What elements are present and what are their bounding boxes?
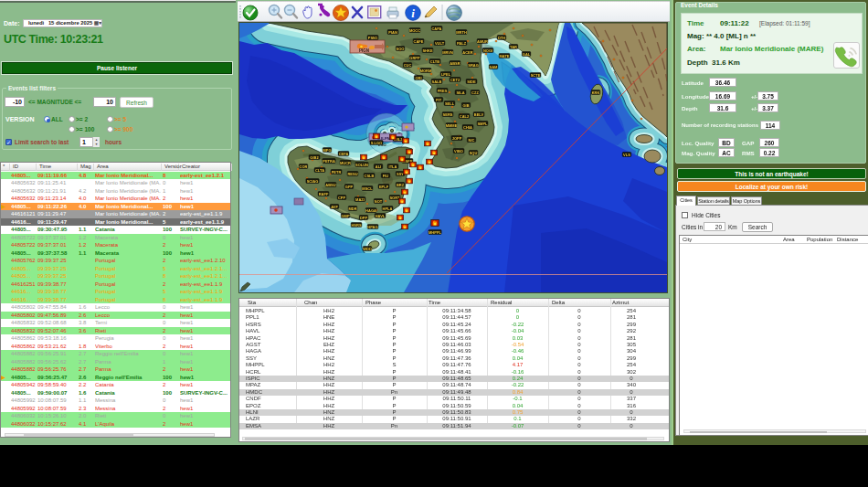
svg-text:DTH: DTH bbox=[498, 36, 505, 40]
svg-text:GIB2: GIB2 bbox=[310, 155, 319, 160]
svg-text:CZZ: CZZ bbox=[471, 90, 479, 95]
svg-text:SAM: SAM bbox=[490, 65, 499, 69]
svg-text:SQU: SQU bbox=[470, 151, 478, 155]
svg-text:PIGN: PIGN bbox=[359, 48, 369, 53]
svg-text:GIB: GIB bbox=[462, 103, 469, 108]
svg-text:HSRS: HSRS bbox=[351, 223, 361, 228]
svg-text:FRES: FRES bbox=[438, 89, 448, 93]
svg-text:SCIAG: SCIAG bbox=[307, 179, 319, 184]
svg-text:SRAG: SRAG bbox=[468, 63, 479, 68]
svg-text:ALI: ALI bbox=[376, 164, 381, 169]
svg-text:NOT: NOT bbox=[375, 199, 383, 204]
svg-text:CEFA: CEFA bbox=[339, 152, 349, 156]
svg-text:MRVN: MRVN bbox=[442, 50, 453, 55]
svg-text:PSN1: PSN1 bbox=[368, 36, 378, 40]
svg-text:PIAN: PIAN bbox=[388, 30, 397, 35]
svg-text:CLTA: CLTA bbox=[315, 168, 324, 173]
svg-text:MATE: MATE bbox=[499, 54, 509, 58]
svg-text:NIC: NIC bbox=[469, 138, 475, 143]
svg-text:MSCL: MSCL bbox=[362, 186, 373, 191]
svg-text:SELL: SELL bbox=[445, 101, 455, 106]
svg-text:MAZI: MAZI bbox=[355, 197, 365, 202]
svg-text:SSY: SSY bbox=[397, 172, 404, 176]
svg-text:WDD: WDD bbox=[363, 247, 372, 251]
svg-text:ABSR: ABSR bbox=[450, 61, 460, 66]
svg-text:ITLA: ITLA bbox=[389, 164, 397, 169]
svg-text:SILA: SILA bbox=[456, 90, 464, 95]
svg-text:HAGA: HAGA bbox=[365, 208, 376, 213]
svg-text:CAL2: CAL2 bbox=[460, 114, 470, 119]
svg-text:MUCR: MUCR bbox=[340, 161, 351, 165]
svg-text:HAVL: HAVL bbox=[376, 214, 386, 218]
svg-text:NOGI: NOGI bbox=[483, 48, 492, 53]
svg-text:KRK: KRK bbox=[592, 90, 600, 95]
svg-text:HPLA: HPLA bbox=[383, 206, 393, 211]
svg-text:SIDE: SIDE bbox=[467, 79, 476, 84]
svg-text:MHPPL: MHPPL bbox=[429, 230, 442, 235]
svg-text:ORI: ORI bbox=[415, 76, 421, 80]
svg-text:MDR: MDR bbox=[348, 206, 356, 211]
svg-text:SALB: SALB bbox=[432, 79, 442, 84]
svg-text:MPG: MPG bbox=[323, 148, 331, 153]
svg-text:CAFE: CAFE bbox=[414, 39, 424, 44]
svg-text:VULT: VULT bbox=[435, 41, 445, 46]
svg-text:SERS: SERS bbox=[443, 112, 453, 117]
svg-text:VIBO: VIBO bbox=[454, 149, 463, 154]
svg-text:EPLF: EPLF bbox=[379, 185, 389, 189]
svg-text:VLS: VLS bbox=[623, 153, 630, 157]
svg-text:SOLUN: SOLUN bbox=[355, 163, 368, 167]
svg-text:PETR: PETR bbox=[332, 170, 342, 175]
svg-text:GMP: GMP bbox=[341, 214, 349, 218]
svg-text:PALZ: PALZ bbox=[457, 41, 467, 46]
svg-text:CUC: CUC bbox=[404, 63, 412, 68]
svg-text:SHKE: SHKE bbox=[422, 48, 432, 53]
svg-text:GRPP: GRPP bbox=[409, 56, 420, 60]
svg-text:MRTH: MRTH bbox=[456, 30, 467, 35]
svg-text:ABSU: ABSU bbox=[325, 183, 335, 187]
svg-text:DPP: DPP bbox=[360, 216, 368, 220]
svg-text:PETRA: PETRA bbox=[323, 159, 335, 164]
svg-text:SOO: SOO bbox=[397, 47, 405, 51]
svg-text:TAR: TAR bbox=[510, 45, 517, 49]
svg-text:GPP: GPP bbox=[345, 185, 354, 189]
svg-text:COR: COR bbox=[300, 164, 308, 169]
svg-text:FIU: FIU bbox=[383, 174, 389, 178]
svg-text:CAPA: CAPA bbox=[431, 26, 441, 31]
svg-text:MMME: MMME bbox=[446, 123, 458, 128]
svg-text:RAFF: RAFF bbox=[319, 192, 329, 196]
svg-text:AMUR: AMUR bbox=[477, 39, 488, 44]
svg-text:PIT: PIT bbox=[436, 98, 442, 102]
svg-text:CLTB: CLTB bbox=[430, 59, 439, 64]
svg-text:MOCC: MOCC bbox=[409, 28, 420, 33]
svg-text:LPEL: LPEL bbox=[441, 72, 451, 77]
svg-text:HPAG: HPAG bbox=[367, 225, 377, 229]
svg-text:GAL: GAL bbox=[523, 52, 531, 57]
svg-text:SMPL: SMPL bbox=[477, 122, 488, 126]
svg-text:RESU: RESU bbox=[347, 172, 357, 176]
svg-text:CSLB: CSLB bbox=[365, 174, 375, 178]
svg-text:i: i bbox=[411, 6, 415, 20]
svg-text:CET2: CET2 bbox=[450, 78, 460, 82]
svg-text:CPP: CPP bbox=[338, 196, 346, 200]
svg-text:S.LGO: S.LGO bbox=[371, 141, 382, 145]
svg-text:SCTE: SCTE bbox=[531, 73, 541, 78]
svg-text:BELV: BELV bbox=[474, 112, 484, 117]
svg-text:ACER: ACER bbox=[462, 50, 472, 55]
svg-text:BRZ: BRZ bbox=[397, 183, 405, 187]
svg-text:CHIA: CHIA bbox=[463, 125, 472, 130]
svg-text:AVF: AVF bbox=[331, 205, 338, 209]
svg-text:JOPP: JOPP bbox=[452, 136, 462, 141]
svg-text:MORM: MORM bbox=[420, 69, 432, 73]
